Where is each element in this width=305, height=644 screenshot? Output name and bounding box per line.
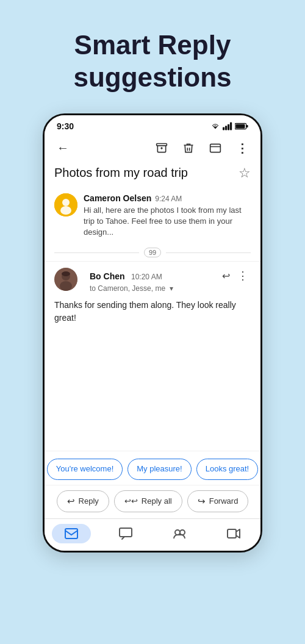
status-time: 9:30: [57, 121, 74, 131]
svg-point-11: [60, 206, 71, 215]
divider-badge: 99: [144, 248, 161, 257]
reply-icon[interactable]: ↩: [220, 269, 232, 283]
preview-1: Hi all, here are the photos I took from …: [84, 205, 251, 238]
page-background: Smart Reply suggestions 9:30: [0, 0, 305, 644]
mail-nav-icon: [64, 526, 79, 541]
signal-icon: [223, 122, 232, 131]
recipients[interactable]: to Cameron, Jesse, me ▾: [90, 284, 251, 293]
battery-icon: [235, 123, 248, 130]
status-bar: 9:30: [45, 115, 260, 134]
time-1: 9:24 AM: [155, 195, 182, 203]
avatar-cameron: [54, 193, 77, 216]
svg-rect-16: [65, 529, 77, 538]
forward-label: Forward: [209, 496, 239, 506]
reply-all-label: Reply all: [142, 496, 172, 506]
svg-point-15: [60, 281, 72, 291]
nav-item-mail[interactable]: [52, 524, 91, 543]
svg-rect-3: [230, 122, 232, 130]
svg-point-19: [180, 530, 185, 535]
reply-label: Reply: [79, 496, 99, 506]
svg-rect-5: [246, 124, 248, 127]
email-item-1: Cameron Oelsen 9:24 AM Hi all, here are …: [45, 187, 260, 245]
nav-item-meet[interactable]: [214, 525, 253, 542]
reply-all-icon: ↩↩: [124, 496, 138, 506]
sender-2: Bo Chen: [90, 271, 125, 281]
svg-rect-1: [225, 126, 227, 130]
svg-rect-2: [228, 124, 229, 130]
time-2: 10:20 AM: [131, 273, 162, 281]
more-icon-2[interactable]: ⋮: [235, 268, 251, 284]
smart-reply-2[interactable]: My pleasure!: [127, 459, 191, 480]
smart-reply-container: You're welcome! My pleasure! Looks great…: [45, 451, 260, 485]
bottom-nav: [45, 518, 260, 551]
phone-frame: 9:30: [30, 113, 274, 553]
toolbar: ←: [45, 134, 260, 163]
svg-rect-8: [210, 144, 221, 152]
status-icons: [210, 122, 248, 131]
divider-row: 99: [45, 244, 260, 261]
action-buttons-bar: ↩ Reply ↩↩ Reply all ↪ Forward: [45, 485, 260, 518]
reply-arrow-icon: ↩: [67, 496, 75, 507]
avatar-bo: [54, 268, 77, 291]
svg-point-14: [62, 271, 70, 276]
email-body: Thanks for sending them along. They look…: [54, 299, 251, 324]
label-button[interactable]: [204, 137, 226, 159]
spaces-nav-icon: [172, 526, 187, 541]
delete-button[interactable]: [178, 137, 199, 159]
wifi-icon: [210, 122, 220, 131]
sender-1: Cameron Oelsen: [84, 193, 151, 203]
chat-nav-icon: [118, 526, 133, 541]
svg-rect-17: [120, 528, 132, 537]
svg-rect-20: [228, 529, 236, 538]
svg-point-18: [175, 530, 180, 535]
svg-point-10: [62, 199, 70, 206]
email-content: Cameron Oelsen 9:24 AM Hi all, here are …: [45, 187, 260, 451]
nav-item-spaces[interactable]: [160, 525, 199, 542]
more-button[interactable]: ⋮: [231, 137, 253, 159]
smart-reply-3[interactable]: Looks great!: [196, 459, 259, 480]
svg-rect-0: [223, 127, 224, 130]
star-icon[interactable]: ☆: [239, 165, 251, 181]
email-subject: Photos from my road trip: [54, 166, 188, 180]
email-item-2: Bo Chen 10:20 AM ↩ ⋮ to Cameron, Jesse, …: [45, 261, 260, 331]
smart-reply-1[interactable]: You're welcome!: [47, 459, 123, 480]
reply-all-button[interactable]: ↩↩ Reply all: [114, 490, 182, 512]
nav-item-chat[interactable]: [106, 525, 145, 542]
page-title: Smart Reply suggestions: [49, 0, 256, 113]
forward-button[interactable]: ↪ Forward: [187, 490, 249, 512]
svg-rect-6: [235, 124, 245, 128]
forward-icon: ↪: [198, 496, 206, 507]
phone: 9:30: [43, 113, 262, 553]
archive-button[interactable]: [151, 137, 173, 159]
meet-nav-icon: [226, 526, 241, 541]
email-meta-1: Cameron Oelsen 9:24 AM Hi all, here are …: [84, 193, 251, 238]
reply-button[interactable]: ↩ Reply: [57, 490, 109, 512]
email-meta-2: Bo Chen 10:20 AM ↩ ⋮ to Cameron, Jesse, …: [90, 268, 251, 293]
back-button[interactable]: ←: [52, 138, 74, 157]
subject-bar: Photos from my road trip ☆: [45, 163, 260, 187]
svg-rect-7: [157, 143, 167, 145]
